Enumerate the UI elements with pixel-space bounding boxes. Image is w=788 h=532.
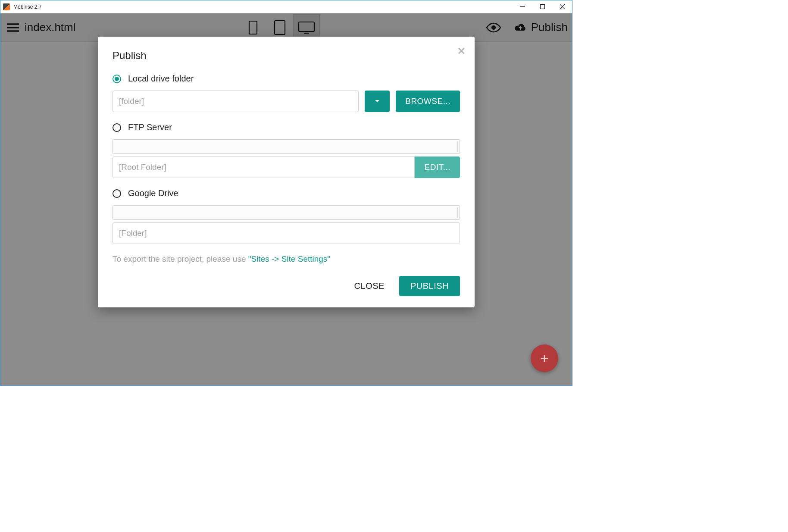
option-google-drive: Google Drive [Folder] xyxy=(113,188,460,244)
browse-button[interactable]: BROWSE... xyxy=(396,91,460,112)
modal-close-button[interactable]: × xyxy=(457,44,465,57)
export-hint-prefix: To export the site project, please use xyxy=(113,254,248,263)
export-hint: To export the site project, please use "… xyxy=(113,254,460,264)
svg-rect-1 xyxy=(540,5,544,9)
plus-icon: + xyxy=(540,351,549,366)
window-maximize-button[interactable] xyxy=(532,0,552,13)
add-block-fab[interactable]: + xyxy=(531,344,558,372)
local-folder-dropdown[interactable] xyxy=(365,91,390,112)
radio-gdrive-label: Google Drive xyxy=(128,188,178,198)
modal-close-text-button[interactable]: CLOSE xyxy=(349,277,390,295)
publish-modal: × Publish Local drive folder [folder] BR… xyxy=(98,37,475,307)
gdrive-account-select[interactable] xyxy=(113,205,460,220)
ftp-server-select[interactable] xyxy=(113,139,460,154)
radio-local-label: Local drive folder xyxy=(128,74,194,84)
ftp-root-folder-input[interactable]: [Root Folder] xyxy=(113,156,415,178)
radio-ftp-label: FTP Server xyxy=(128,122,172,132)
gdrive-folder-input[interactable]: [Folder] xyxy=(113,222,460,244)
modal-title: Publish xyxy=(113,50,460,62)
window-minimize-button[interactable] xyxy=(513,0,532,13)
app-title: Mobirise 2.7 xyxy=(13,4,41,10)
modal-footer: CLOSE PUBLISH xyxy=(113,276,460,296)
export-hint-link[interactable]: "Sites -> Site Settings" xyxy=(248,254,330,263)
ftp-edit-button[interactable]: EDIT... xyxy=(415,156,460,178)
option-local-drive: Local drive folder [folder] BROWSE... xyxy=(113,74,460,112)
app-icon xyxy=(3,3,10,10)
option-ftp: FTP Server [Root Folder] EDIT... xyxy=(113,122,460,178)
window-close-button[interactable] xyxy=(552,0,572,13)
radio-gdrive[interactable] xyxy=(113,189,121,198)
modal-publish-button[interactable]: PUBLISH xyxy=(399,276,460,296)
title-bar: Mobirise 2.7 xyxy=(0,0,572,13)
radio-ftp[interactable] xyxy=(113,123,121,132)
local-folder-input[interactable]: [folder] xyxy=(113,91,359,112)
radio-local[interactable] xyxy=(113,75,121,83)
